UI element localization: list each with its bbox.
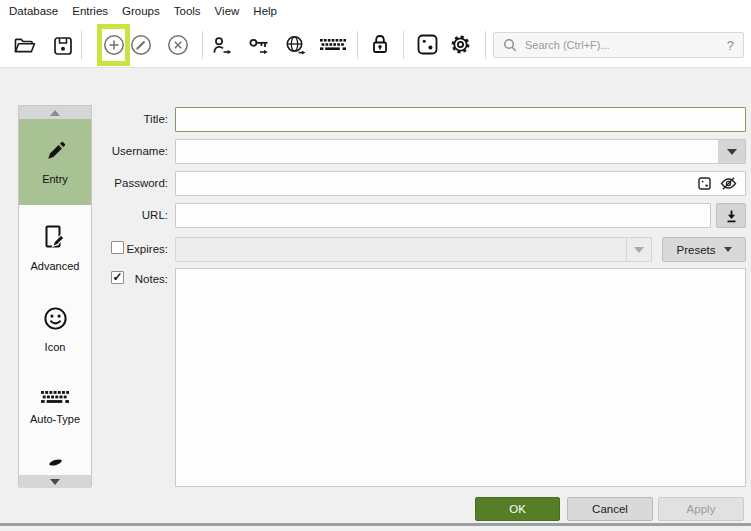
sidebar-scroll-down-button[interactable] xyxy=(19,475,91,488)
document-edit-icon xyxy=(42,224,68,251)
globe-arrow-icon xyxy=(284,35,307,56)
toggle-password-visibility-eye-slash-icon[interactable] xyxy=(720,177,737,190)
toolbar: ? xyxy=(0,22,751,68)
smiley-icon xyxy=(42,305,69,332)
presets-button[interactable]: Presets xyxy=(662,237,746,262)
keepassxc-window: Database Entries Groups Tools View Help xyxy=(0,0,751,531)
sidebar-scroll-up-button[interactable] xyxy=(19,106,91,119)
notes-textarea[interactable] xyxy=(175,268,746,487)
username-label: Username: xyxy=(95,145,168,157)
url-label: URL: xyxy=(95,209,168,221)
category-sidebar: Entry Advanced Icon xyxy=(18,105,92,487)
window-bottom-border xyxy=(0,523,751,526)
cancel-button[interactable]: Cancel xyxy=(567,497,653,521)
sidebar-item-icon[interactable]: Icon xyxy=(19,291,91,367)
perform-autotype-button[interactable] xyxy=(320,39,346,51)
save-database-button[interactable] xyxy=(53,36,73,56)
add-entry-button[interactable] xyxy=(103,34,125,56)
partially-visible-category-icon xyxy=(48,458,62,467)
search-icon xyxy=(503,38,517,52)
url-input[interactable] xyxy=(175,203,711,228)
sidebar-item-label: Entry xyxy=(42,173,68,185)
notes-label: Notes: xyxy=(95,273,168,285)
key-arrow-icon xyxy=(248,36,270,56)
menu-bar: Database Entries Groups Tools View Help xyxy=(0,0,751,22)
open-database-button[interactable] xyxy=(13,36,36,55)
toolbar-separator xyxy=(357,31,358,59)
open-folder-icon xyxy=(13,36,36,55)
download-favicon-button[interactable] xyxy=(716,203,746,228)
copy-username-button[interactable] xyxy=(211,36,233,56)
keyboard-icon xyxy=(320,39,346,51)
sidebar-item-entry[interactable]: Entry xyxy=(19,119,91,205)
copy-url-button[interactable] xyxy=(284,35,307,56)
toolbar-separator xyxy=(403,31,404,59)
expires-dropdown-button xyxy=(626,238,651,261)
sidebar-item-advanced[interactable]: Advanced xyxy=(19,205,91,291)
search-box[interactable]: ? xyxy=(493,32,744,58)
menu-database[interactable]: Database xyxy=(2,2,65,20)
search-input[interactable] xyxy=(525,39,727,51)
password-label: Password: xyxy=(95,177,168,189)
sidebar-item-label: Advanced xyxy=(31,260,80,272)
lock-database-button[interactable] xyxy=(371,33,389,55)
chevron-down-icon xyxy=(50,479,60,485)
title-input[interactable] xyxy=(175,107,746,132)
delete-entry-button[interactable] xyxy=(167,34,189,56)
chevron-down-icon xyxy=(634,247,644,253)
sidebar-item-partial[interactable] xyxy=(19,449,91,475)
title-label: Title: xyxy=(95,113,168,125)
edit-circle-icon xyxy=(130,34,152,56)
menu-entries[interactable]: Entries xyxy=(65,2,115,20)
menu-help[interactable]: Help xyxy=(246,2,284,20)
lock-icon xyxy=(371,33,389,55)
x-circle-icon xyxy=(167,34,189,56)
expires-datetime-input xyxy=(175,237,652,262)
chevron-down-icon xyxy=(724,247,732,252)
expires-label: Expires: xyxy=(95,243,168,255)
chevron-up-icon xyxy=(50,110,60,116)
ok-button[interactable]: OK xyxy=(475,497,560,521)
dice-icon xyxy=(417,34,438,55)
save-icon xyxy=(53,36,73,56)
password-input[interactable] xyxy=(175,171,746,196)
search-help-hint: ? xyxy=(727,38,734,53)
settings-button[interactable] xyxy=(450,34,471,55)
chevron-down-icon xyxy=(727,149,737,155)
apply-button[interactable]: Apply xyxy=(658,497,744,521)
username-combobox[interactable] xyxy=(175,139,746,164)
password-generator-button[interactable] xyxy=(417,34,438,55)
person-arrow-icon xyxy=(211,36,233,56)
edit-entry-button[interactable] xyxy=(130,34,152,56)
toolbar-separator xyxy=(485,31,486,59)
download-icon xyxy=(725,209,738,223)
menu-groups[interactable]: Groups xyxy=(115,2,167,20)
copy-password-button[interactable] xyxy=(248,36,270,56)
presets-button-label: Presets xyxy=(677,244,716,256)
keyboard-icon xyxy=(41,391,69,404)
add-entry-highlight-box xyxy=(97,24,130,66)
toolbar-separator xyxy=(202,31,203,59)
plus-circle-icon xyxy=(103,34,125,56)
sidebar-item-autotype[interactable]: Auto-Type xyxy=(19,367,91,449)
username-dropdown-button[interactable] xyxy=(718,140,745,163)
menu-view[interactable]: View xyxy=(208,2,247,20)
toolbar-separator xyxy=(81,31,82,59)
pencil-icon xyxy=(43,139,68,164)
menu-tools[interactable]: Tools xyxy=(167,2,208,20)
gear-icon xyxy=(450,34,471,55)
sidebar-item-label: Auto-Type xyxy=(30,413,80,425)
sidebar-item-label: Icon xyxy=(45,341,66,353)
generate-password-dice-icon[interactable] xyxy=(698,177,711,190)
